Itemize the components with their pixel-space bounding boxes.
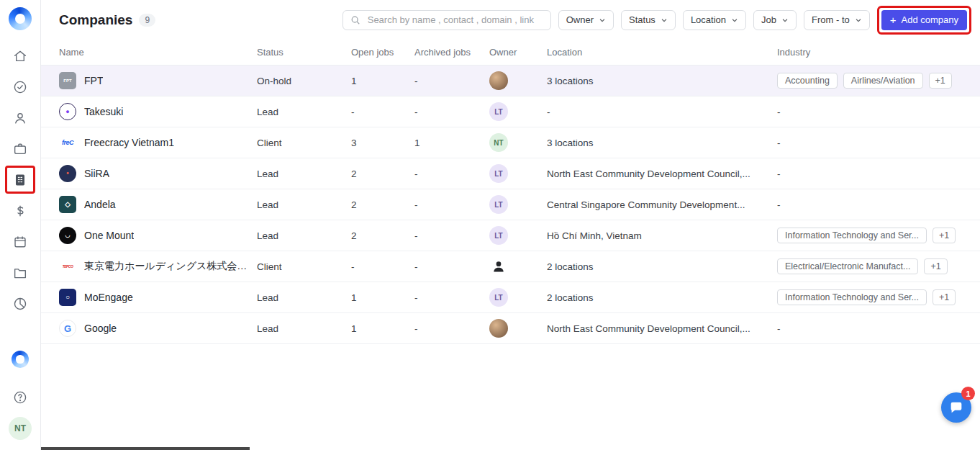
table-row[interactable]: •SiiRALead2-LTNorth East Community Devel… <box>41 158 980 189</box>
sidebar-item-home[interactable] <box>5 40 35 71</box>
industry-cell: Information Technology and Ser...+1 <box>777 228 980 243</box>
industry-chip: Information Technology and Ser... <box>777 289 927 305</box>
industry-more-badge[interactable]: +1 <box>933 228 956 243</box>
user-avatar[interactable]: NT <box>9 417 32 440</box>
company-name-cell: ○MoEngage <box>41 289 257 306</box>
column-header-industry[interactable]: Industry <box>777 47 980 58</box>
filter-status[interactable]: Status <box>621 10 676 30</box>
table-row[interactable]: GGoogleLead1-North East Community Develo… <box>41 313 980 344</box>
filter-owner[interactable]: Owner <box>558 10 614 30</box>
location-cell: - <box>547 107 777 117</box>
horizontal-scrollbar[interactable] <box>41 447 250 450</box>
filter-location[interactable]: Location <box>683 10 746 30</box>
search-input[interactable] <box>366 14 543 26</box>
candidates-icon <box>12 110 28 126</box>
industry-chip: Accounting <box>777 73 838 89</box>
chevron-down-icon <box>855 17 862 24</box>
page-title: Companies <box>59 12 132 28</box>
main-content: Companies 9 Owner Status <box>41 0 980 450</box>
status-cell: On-hold <box>257 76 351 86</box>
archived-jobs-cell: - <box>414 76 489 86</box>
company-logo: ◡ <box>59 227 76 244</box>
company-name-cell: FPTFPT <box>41 72 257 89</box>
industry-cell: Electrical/Electronic Manufact...+1 <box>777 258 980 274</box>
sidebar-item-candidates[interactable] <box>5 102 35 133</box>
table-row[interactable]: ◡One MountLead2-LTHồ Chí Minh, VietnamIn… <box>41 220 980 251</box>
table-header-row: Name Status Open jobs Archived jobs Owne… <box>41 40 980 66</box>
owner-avatar[interactable]: LT <box>489 102 508 121</box>
owner-avatar-photo[interactable] <box>489 71 508 90</box>
sidebar-item-calendar[interactable] <box>5 226 35 257</box>
industry-more-badge[interactable]: +1 <box>929 73 952 89</box>
owner-avatar[interactable]: LT <box>489 288 508 307</box>
help-button[interactable] <box>12 390 28 405</box>
table-row[interactable]: FPTFPTOn-hold1-3 locationsAccountingAirl… <box>41 66 980 96</box>
owner-avatar-photo[interactable] <box>489 319 508 338</box>
industry-cell: - <box>777 138 980 148</box>
owner-avatar[interactable]: LT <box>489 164 508 183</box>
industry-cell: - <box>777 199 980 210</box>
company-logo: ◇ <box>59 196 76 213</box>
column-header-open-jobs[interactable]: Open jobs <box>351 47 414 58</box>
table-row[interactable]: ●TakesukiLead--LT-- <box>41 96 980 127</box>
owner-avatar-silhouette[interactable] <box>489 257 508 276</box>
add-company-button[interactable]: + Add company <box>881 10 967 30</box>
chat-widget: 1 <box>941 392 971 423</box>
industry-more-badge[interactable]: +1 <box>924 258 947 274</box>
chevron-down-icon <box>661 17 668 24</box>
table-row[interactable]: ○MoEngageLead1-LT2 locationsInformation … <box>41 282 980 313</box>
status-cell: Lead <box>257 168 351 179</box>
archived-jobs-cell: - <box>414 230 489 241</box>
company-name: Google <box>84 323 117 334</box>
company-name: Takesuki <box>84 106 123 117</box>
app-logo-icon[interactable] <box>9 7 32 30</box>
open-jobs-cell: 2 <box>351 168 414 179</box>
open-jobs-cell: 1 <box>351 292 414 303</box>
filter-label: Location <box>691 14 726 25</box>
owner-cell <box>489 319 547 338</box>
company-name: 東京電力ホールディングス株式会社（T... <box>84 260 257 273</box>
company-name: FPT <box>84 75 103 86</box>
column-header-archived-jobs[interactable]: Archived jobs <box>414 47 489 58</box>
companies-table: Name Status Open jobs Archived jobs Owne… <box>41 40 980 450</box>
company-name-cell: GGoogle <box>41 320 257 337</box>
company-name: One Mount <box>84 230 134 241</box>
industry-cell: - <box>777 323 980 334</box>
filter-job[interactable]: Job <box>753 10 797 30</box>
sidebar-item-finance[interactable] <box>5 195 35 226</box>
sidebar-item-companies[interactable] <box>5 164 35 195</box>
column-header-location[interactable]: Location <box>547 47 777 58</box>
table-row[interactable]: ◇AndelaLead2-LTCentral Singapore Communi… <box>41 189 980 220</box>
owner-avatar[interactable]: LT <box>489 195 508 214</box>
sidebar-item-documents[interactable] <box>5 257 35 288</box>
owner-cell <box>489 71 547 90</box>
column-header-owner[interactable]: Owner <box>489 47 547 58</box>
sidebar-item-reports[interactable] <box>5 288 35 319</box>
companies-table-body: FPTFPTOn-hold1-3 locationsAccountingAirl… <box>41 66 980 344</box>
open-jobs-cell: 2 <box>351 199 414 210</box>
column-header-status[interactable]: Status <box>257 47 351 58</box>
table-row[interactable]: TEPCO東京電力ホールディングス株式会社（T...Client--2 loca… <box>41 251 980 282</box>
filter-from-to[interactable]: From - to <box>804 10 870 30</box>
owner-cell: LT <box>489 195 547 214</box>
person-silhouette-icon <box>491 259 506 274</box>
chat-notification-badge: 1 <box>961 387 975 400</box>
chevron-down-icon <box>781 17 789 24</box>
owner-avatar[interactable]: NT <box>489 133 508 152</box>
table-row[interactable]: freCFreecracy Vietnam1Client31NT3 locati… <box>41 127 980 158</box>
help-icon <box>12 390 28 405</box>
search-box <box>342 10 551 30</box>
annotation-box-add-company: + Add company <box>877 6 971 35</box>
company-logo: ○ <box>59 289 76 306</box>
brand-swirl-icon <box>9 7 32 30</box>
sidebar-nav <box>5 40 35 319</box>
sidebar-item-jobs[interactable] <box>5 133 35 164</box>
owner-avatar[interactable]: LT <box>489 226 508 245</box>
industry-more-badge[interactable]: +1 <box>933 289 956 305</box>
status-cell: Lead <box>257 230 351 241</box>
sidebar-item-tasks[interactable] <box>5 71 35 102</box>
column-header-name[interactable]: Name <box>41 47 257 58</box>
location-cell: 2 locations <box>547 261 777 272</box>
company-name-cell: •SiiRA <box>41 165 257 182</box>
brand-secondary-icon[interactable] <box>12 351 29 368</box>
